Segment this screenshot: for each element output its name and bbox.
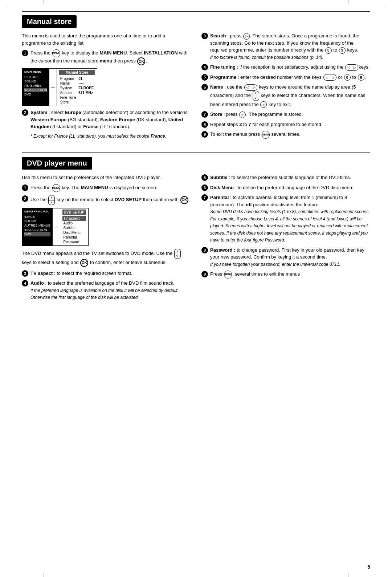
dvd-sidebar-dvd: DVD: [24, 232, 50, 236]
item2-number: 2: [22, 109, 28, 116]
table-row: Program01: [59, 76, 95, 81]
table-row: Subtitle: [62, 225, 86, 230]
table-cell-value: [83, 230, 86, 235]
section1-item3: 3 Search : press ▷. The search starts. O…: [201, 32, 370, 61]
table-row: Fine Tune: [59, 95, 95, 100]
screen-main-title: Manual Store: [59, 70, 95, 75]
section1-item1: 1 Press the MENU key to display the MAIN…: [22, 49, 191, 65]
ud-pair-icon: ∧∨: [253, 91, 259, 101]
table-cell-label: Program: [59, 76, 77, 81]
section2-item8: 8 Password : to change password. First k…: [201, 247, 370, 268]
dvd-item2-number: 2: [22, 195, 28, 202]
dvd-item7-note: Some DVD disks have locking levels (1 to…: [210, 209, 370, 243]
dvd-item1-number: 1: [22, 184, 28, 191]
dvd-item8-number: 8: [201, 247, 208, 253]
item8-content: Repeat steps 2 to 7 for each programme t…: [210, 121, 370, 128]
table-cell-value: [83, 225, 86, 230]
tick-top-left: [44, 0, 44, 4]
item8-number: 8: [201, 121, 208, 128]
arrow-right-icon: →: [50, 84, 56, 90]
section1-item5: 5 Programme : enter the desired number w…: [201, 74, 370, 81]
sidebar-item-sound: SOUND: [24, 79, 47, 84]
sidebar-item-dvd: DVD: [24, 92, 47, 97]
section1-item4: 4 Fine tuning : if the reception is not …: [201, 64, 370, 71]
dvd-sidebar-sound: SOUND: [24, 219, 50, 223]
screen-sidebar: MAIN MENU PICTURE SOUND FEATURES INSTALL…: [22, 69, 49, 106]
dvd-item4-number: 4: [22, 280, 28, 287]
dvd-item6-content: Disk Menu : to define the preferred lang…: [210, 184, 370, 191]
dvd-screen-arrow: →: [53, 208, 60, 245]
right-arrow-icon: ▷: [243, 33, 250, 40]
section2-item4: 4 Audio : to select the preferred langua…: [22, 280, 191, 301]
section2-item1: 1 Press the MENU key. The MAIN MENU is d…: [22, 184, 191, 192]
section1-right-col: 3 Search : press ▷. The search starts. O…: [201, 32, 370, 142]
table-cell-value: [83, 221, 86, 225]
dvd-item3-number: 3: [22, 270, 28, 277]
item3-note: If no picture is found, consult the poss…: [210, 55, 323, 60]
table-cell-value: EUROPE: [77, 86, 95, 90]
section2-intro: Use this menu to set the preferences of …: [22, 174, 191, 181]
section1-item9: 9 To exit the menus press MENU several t…: [201, 131, 370, 139]
table-row: Parental: [62, 235, 86, 240]
dvd-arrow-right-icon: →: [53, 224, 59, 230]
corner-mark-bl: —: [7, 568, 12, 573]
ok-key2-icon: OK: [180, 196, 188, 204]
dvd-screen-sidebar: MENU PRINCIPAL IMAGE SOUND AUTRES MENUS …: [22, 208, 53, 245]
table-cell-value: [83, 216, 86, 221]
ud-pair2-icon: ∧∨: [48, 195, 55, 205]
dvd-item1-content: Press the MENU key. The MAIN MENU is dis…: [30, 184, 191, 192]
dvd-sidebar-title: MENU PRINCIPAL: [24, 210, 50, 213]
section1-left-col: This menu is used to store the programme…: [22, 32, 191, 142]
dvd-item9-number: 9: [201, 271, 208, 277]
section2-item9: 9 Press MENU. several times to exit the …: [201, 271, 370, 279]
item6-number: 6: [201, 84, 208, 90]
table-cell-label: Name: [59, 81, 77, 86]
menu-key3-icon: MENU: [52, 184, 60, 192]
dvd-screen-diagram: MENU PRINCIPAL IMAGE SOUND AUTRES MENUS …: [22, 208, 89, 246]
table-row: Name-----: [59, 81, 95, 86]
section2-content: Use this menu to set the preferences of …: [22, 174, 370, 304]
menu-key-icon: MENU: [52, 49, 60, 57]
menu-key4-icon: MENU: [224, 271, 232, 279]
dvd-screen-main-title: DVD SETUP: [62, 210, 86, 215]
table-cell-value: [83, 240, 86, 244]
dvd-item5-number: 5: [201, 174, 208, 181]
table-row: Password: [62, 240, 86, 244]
item6-content: Name : use the ◁▷ keys to move around th…: [210, 84, 370, 108]
section1-title: Manual store: [22, 15, 77, 28]
section1-intro: This menu is used to store the programme…: [22, 32, 191, 46]
section2-item3: 3 TV aspect : to select the required scr…: [22, 270, 191, 277]
right-arrow2-icon: ▷: [239, 111, 246, 118]
section1-item2: 2 System : select Europe (automatic dete…: [22, 109, 191, 130]
dvd-item2-content: Use the ∧∨ key on the remote to select D…: [30, 195, 191, 205]
item5-number: 5: [201, 74, 208, 81]
section2-left-col: Use this menu to set the preferences of …: [22, 174, 191, 304]
lr-pair-icon: ◁▷: [323, 74, 336, 81]
item7-number: 7: [201, 111, 208, 118]
menu-key2-icon: MENU: [262, 131, 270, 139]
sidebar-item-picture: PICTURE: [24, 75, 47, 79]
dvd-item5-content: Subtitle : to select the preferred subti…: [210, 174, 370, 181]
item9-content: To exit the menus press MENU several tim…: [210, 131, 370, 139]
item4-number: 4: [201, 64, 208, 70]
table-row: Audio: [62, 221, 86, 225]
tick-top-right: [348, 0, 348, 4]
tick-bottom-right: [348, 573, 348, 577]
table-cell-value: 01: [77, 76, 95, 81]
item4-content: Fine tuning : if the reception is not sa…: [210, 64, 370, 71]
section2-item5: 5 Subtitle : to select the preferred sub…: [201, 174, 370, 181]
lr-arrow-pair-icon: ◁▷: [345, 64, 358, 71]
screen-table: Program01 Name----- SystemEUROPE Search6…: [59, 76, 95, 105]
dvd-screen: MENU PRINCIPAL IMAGE SOUND AUTRES MENUS …: [22, 208, 191, 246]
dvd-menu-note: The DVD menu appears and the TV set swit…: [22, 249, 191, 267]
section1-item8: 8 Repeat steps 2 to 7 for each programme…: [201, 121, 370, 128]
section2-item7: 7 Parental : to activate parental lockin…: [201, 194, 370, 244]
sidebar-item-installation: INSTALLATION: [24, 88, 47, 92]
dvd-item9-content: Press MENU. several times to exit the me…: [210, 271, 370, 279]
item1-number: 1: [22, 50, 28, 56]
dvd-player-section: DVD player menu Use this menu to set the…: [22, 153, 370, 304]
table-cell-value: 671 MHz: [77, 90, 95, 95]
screen-diagram: MAIN MENU PICTURE SOUND FEATURES INSTALL…: [22, 68, 97, 106]
corner-mark-tl: —: [7, 4, 12, 9]
item2-note: * Except for France (LL' standard), you …: [30, 133, 191, 139]
